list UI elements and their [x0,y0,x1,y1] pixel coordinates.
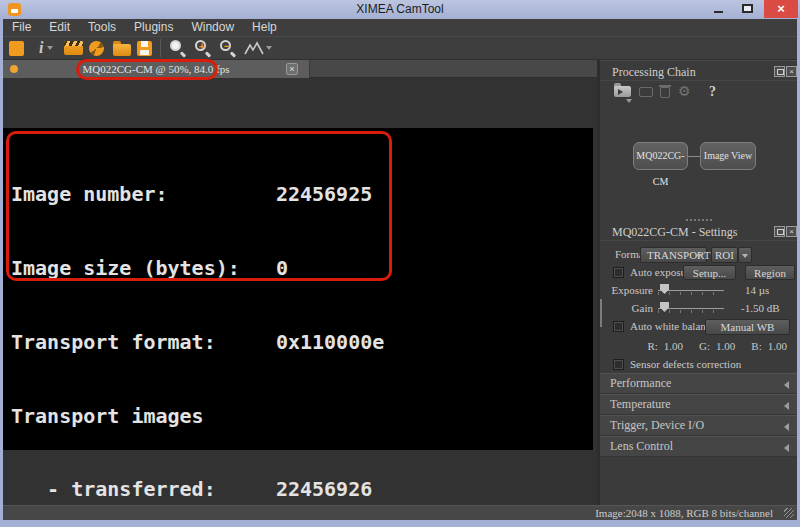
status-image-info: Image:2048 x 1088, RGB 8 bits/channel [595,507,773,519]
chain-toolbar: ⚙ ? [600,83,797,103]
info-button[interactable]: i [37,37,53,59]
pie-gauge-icon [89,41,104,56]
tab-label: MQ022CG-CM @ 50%, 84.0 fps [3,60,309,78]
dock-splitter-handle[interactable] [600,216,797,223]
chain-float-button[interactable] [774,66,785,77]
stat-line: - transferred: 22456926 [11,477,384,502]
status-bar: Image:2048 x 1088, RGB 8 bits/channel [3,505,797,520]
performance-button[interactable] [89,37,104,59]
menu-window[interactable]: Window [182,19,243,36]
section-trigger-io[interactable]: Trigger, Device I/O [600,415,797,436]
menu-bar: File Edit Tools Plugins Window Help [3,19,797,36]
settings-title: MQ022CG-CM - Settings [612,225,737,239]
chain-close-button[interactable]: × [786,66,797,77]
gain-label: Gain [600,301,653,316]
roi-button[interactable]: ROI [711,247,738,263]
maximize-icon [742,4,753,13]
chain-node-camera[interactable]: MQ022CG-CM [633,142,688,170]
auto-white-balance-label: Auto white balance [630,319,716,334]
dropdown-caret-icon [47,46,53,50]
minimize-icon [714,11,723,13]
sensor-defects-row: Sensor defects correction [600,357,797,374]
open-button[interactable] [113,37,131,59]
roi-dropdown[interactable] [738,247,752,263]
close-button[interactable]: × [764,0,798,18]
rgb-gains-row: R: 1.00 G: 1.00 B: 1.00 [600,339,797,356]
gain-value: -1.50 dB [741,301,780,316]
settings-float-button[interactable] [774,226,785,237]
zoom-original-button[interactable] [169,37,188,59]
exposure-row: Exposure 14 µs [600,283,797,300]
save-button[interactable] [137,37,152,59]
sensor-defects-checkbox[interactable] [613,359,624,370]
white-balance-row: Auto white balance Manual WB [600,319,797,336]
auto-exposure-checkbox[interactable] [613,267,624,278]
g-value: 1.00 [716,339,735,354]
chain-settings-gear-icon[interactable]: ⚙ [678,83,691,99]
resize-grip[interactable] [784,508,794,518]
toolbar-separator [160,39,161,57]
section-trigger-io-label: Trigger, Device I/O [610,418,704,432]
window-title: XIMEA CamTool [0,0,800,19]
minimize-button[interactable] [704,0,734,18]
auto-white-balance-checkbox[interactable] [613,321,624,332]
gain-row: Gain -1.50 dB [600,301,797,318]
section-performance-label: Performance [610,376,671,390]
section-lens-control[interactable]: Lens Control [600,436,797,457]
transport-stats-overlay: Image number: 22456925 Image size (bytes… [11,133,384,527]
zoom-in-button[interactable]: + [194,37,213,59]
g-label: G: [699,339,710,354]
menu-plugins[interactable]: Plugins [125,19,182,36]
setup-button[interactable]: Setup... [683,265,736,280]
section-lens-control-label: Lens Control [610,439,673,453]
region-button[interactable]: Region [745,265,795,280]
chain-export-caret-icon[interactable] [626,99,632,103]
chain-help-icon[interactable]: ? [709,83,716,101]
chain-node-image-view[interactable]: Image View [700,142,756,170]
zoom-in-icon: + [194,39,213,58]
b-value: 1.00 [768,339,787,354]
chain-export-icon[interactable] [614,86,631,97]
info-icon: i [37,40,45,56]
format-row: Format TRANSPORT ROI [600,247,797,264]
zoom-out-icon: − [219,39,238,58]
title-bar: XIMEA CamTool × [0,0,800,19]
menu-edit[interactable]: Edit [40,19,79,36]
save-disk-icon [137,41,152,56]
histogram-button[interactable] [244,37,272,59]
exposure-label: Exposure [600,283,653,298]
processing-chain-title: Processing Chain [612,65,696,79]
histogram-icon [244,41,264,56]
main-toolbar: i + − [3,36,797,60]
section-temperature[interactable]: Temperature [600,394,797,415]
image-view: Image number: 22456925 Image size (bytes… [3,78,597,505]
exposure-value: 14 µs [745,283,769,298]
right-dock-panel: Processing Chain × ⚙ ? MQ022CG-CM Image … [600,60,797,505]
stat-line: Image number: 22456925 [11,182,384,207]
auto-exposure-row: Auto exposure Setup... Region [600,265,797,282]
r-value: 1.00 [664,339,683,354]
record-video-button[interactable] [64,37,83,59]
camera-view-tab[interactable]: MQ022CG-CM @ 50%, 84.0 fps × [3,60,310,78]
format-caret-icon [696,254,702,258]
settings-header: MQ022CG-CM - Settings [600,224,797,241]
dropdown-caret-icon [266,46,272,50]
menu-tools[interactable]: Tools [79,19,125,36]
stop-icon [9,41,24,56]
stat-line: Transport images [11,404,384,429]
format-dropdown[interactable]: TRANSPORT [640,247,707,263]
chain-add-frame-icon[interactable] [639,87,653,97]
tab-close-button[interactable]: × [286,63,298,75]
section-performance[interactable]: Performance [600,373,797,394]
settings-close-button[interactable]: × [786,226,797,237]
maximize-button[interactable] [734,0,762,18]
chain-delete-icon[interactable] [660,87,670,98]
collapsed-arrow-icon [784,444,789,452]
menu-file[interactable]: File [3,19,40,36]
collapsed-arrow-icon [784,423,789,431]
zoom-out-button[interactable]: − [219,37,238,59]
clapperboard-icon [64,41,83,55]
stop-acquisition-button[interactable] [9,37,24,59]
menu-help[interactable]: Help [243,19,286,36]
manual-wb-button[interactable]: Manual WB [705,319,790,335]
